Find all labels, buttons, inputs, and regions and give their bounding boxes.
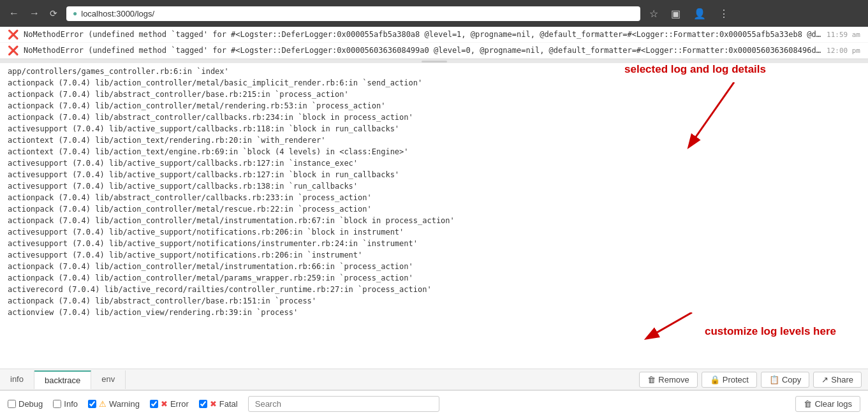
- tab-info[interactable]: info: [0, 370, 34, 389]
- filter-info[interactable]: Info: [53, 399, 78, 409]
- protect-label: Protect: [723, 375, 749, 384]
- info-label: Info: [64, 399, 78, 409]
- tabs-bar: info backtrace env 🗑 Remove 🔒 Protect 📋 …: [0, 369, 868, 390]
- log-entry-time: 11:59 am: [827, 31, 860, 39]
- fatal-label: Fatal: [219, 399, 238, 409]
- search-input[interactable]: [248, 396, 439, 412]
- filter-warning[interactable]: ⚠ Warning: [88, 399, 140, 409]
- error-label: Error: [170, 399, 189, 409]
- trash-icon: 🗑: [647, 375, 656, 384]
- tabs-left: info backtrace env: [0, 370, 126, 389]
- filter-debug[interactable]: Debug: [8, 399, 43, 409]
- lock-icon: 🔒: [710, 375, 720, 384]
- stack-line: activesupport (7.0.4) lib/active_support…: [8, 157, 860, 169]
- window-button[interactable]: ▣: [667, 6, 684, 21]
- share-label: Share: [831, 375, 853, 384]
- error-icon: ❌: [8, 45, 18, 55]
- debug-label: Debug: [18, 399, 43, 409]
- stack-line: actionpack (7.0.4) lib/action_controller…: [8, 100, 860, 112]
- stack-line: activesupport (7.0.4) lib/active_support…: [8, 226, 860, 238]
- remove-label: Remove: [658, 375, 689, 384]
- stack-line: activesupport (7.0.4) lib/active_support…: [8, 169, 860, 180]
- stack-line: actiontext (7.0.4) lib/action_text/rende…: [8, 135, 860, 146]
- tab-env[interactable]: env: [91, 370, 126, 389]
- stack-line: actionpack (7.0.4) lib/abstract_controll…: [8, 295, 860, 307]
- protect-button[interactable]: 🔒 Protect: [702, 372, 757, 388]
- back-button[interactable]: ←: [5, 6, 23, 20]
- warning-icon: ⚠: [99, 399, 107, 409]
- stack-line: actionpack (7.0.4) lib/action_controller…: [8, 77, 860, 89]
- log-entry[interactable]: ❌ NoMethodError (undefined method `tagge…: [0, 27, 868, 43]
- secure-icon: ●: [73, 9, 77, 18]
- fatal-icon: ✖: [210, 399, 217, 409]
- copy-label: Copy: [782, 375, 801, 384]
- log-entry[interactable]: ❌ NoMethodError (undefined method `tagge…: [0, 43, 868, 59]
- stack-line: activesupport (7.0.4) lib/active_support…: [8, 238, 860, 249]
- browser-actions: ☆ ▣ 👤 ⋮: [645, 6, 733, 21]
- error-icon: ✖: [161, 399, 168, 409]
- remove-button[interactable]: 🗑 Remove: [639, 372, 697, 388]
- nav-buttons: ← → ⟳: [5, 6, 61, 20]
- stack-line: activesupport (7.0.4) lib/active_support…: [8, 123, 860, 135]
- log-entry-text: NoMethodError (undefined method `tagged'…: [24, 30, 821, 39]
- stack-trace-panel: app/controllers/games_controller.rb:6:in…: [0, 63, 868, 369]
- debug-checkbox[interactable]: [8, 400, 16, 408]
- stack-line: activerecord (7.0.4) lib/active_record/r…: [8, 284, 860, 295]
- stack-line: app/controllers/games_controller.rb:6:in…: [8, 66, 860, 77]
- stack-line: actionpack (7.0.4) lib/action_controller…: [8, 261, 860, 272]
- error-checkbox[interactable]: [150, 400, 158, 408]
- info-checkbox[interactable]: [53, 400, 61, 408]
- action-buttons: 🗑 Remove 🔒 Protect 📋 Copy ↗ Share: [639, 372, 868, 388]
- refresh-button[interactable]: ⟳: [46, 7, 61, 20]
- warning-label: Warning: [109, 399, 140, 409]
- copy-button[interactable]: 📋 Copy: [761, 372, 809, 388]
- stack-line: actionpack (7.0.4) lib/abstract_controll…: [8, 89, 860, 100]
- bottom-filter-bar: Debug Info ⚠ Warning ✖ Error ✖ Fatal 🗑 C…: [0, 390, 868, 417]
- fatal-checkbox[interactable]: [199, 400, 207, 408]
- share-button[interactable]: ↗ Share: [813, 372, 862, 388]
- copy-icon: 📋: [769, 375, 779, 384]
- stack-line: activesupport (7.0.4) lib/active_support…: [8, 180, 860, 192]
- tab-backtrace[interactable]: backtrace: [34, 370, 91, 389]
- clear-logs-label: Clear logs: [814, 399, 852, 409]
- stack-line: actiontext (7.0.4) lib/action_text/engin…: [8, 146, 860, 157]
- stack-line: activesupport (7.0.4) lib/active_support…: [8, 249, 860, 261]
- log-entries-panel: ❌ NoMethodError (undefined method `tagge…: [0, 27, 868, 59]
- share-icon: ↗: [821, 375, 828, 384]
- menu-button[interactable]: ⋮: [715, 6, 733, 21]
- stack-line: actionpack (7.0.4) lib/action_controller…: [8, 215, 860, 226]
- stack-line: actionpack (7.0.4) lib/action_controller…: [8, 272, 860, 284]
- stack-line: actionview (7.0.4) lib/action_view/rende…: [8, 307, 860, 318]
- filter-error[interactable]: ✖ Error: [150, 399, 189, 409]
- resizer-handle: [422, 61, 447, 62]
- bookmark-button[interactable]: ☆: [645, 6, 662, 21]
- browser-chrome: ← → ⟳ ● localhost:3000/logs/ ☆ ▣ 👤 ⋮: [0, 0, 868, 27]
- stack-line: actionpack (7.0.4) lib/action_controller…: [8, 203, 860, 215]
- log-entry-text: NoMethodError (undefined method `tagged'…: [24, 46, 821, 55]
- forward-button[interactable]: →: [26, 6, 43, 20]
- error-icon: ❌: [8, 29, 18, 40]
- stack-line: actionpack (7.0.4) lib/abstract_controll…: [8, 192, 860, 203]
- url-text: localhost:3000/logs/: [81, 9, 634, 18]
- incognito-button[interactable]: 👤: [689, 6, 710, 21]
- filter-fatal[interactable]: ✖ Fatal: [199, 399, 238, 409]
- clear-logs-button[interactable]: 🗑 Clear logs: [795, 396, 860, 412]
- stack-line: actionpack (7.0.4) lib/abstract_controll…: [8, 112, 860, 123]
- log-entry-time: 12:00 pm: [827, 47, 860, 55]
- trash-icon: 🗑: [804, 399, 812, 409]
- warning-checkbox[interactable]: [88, 400, 96, 408]
- address-bar[interactable]: ● localhost:3000/logs/: [66, 6, 640, 21]
